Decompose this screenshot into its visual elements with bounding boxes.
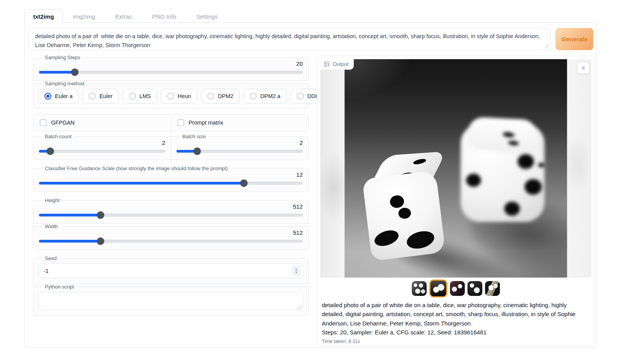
python-script-label: Python script xyxy=(42,284,77,290)
image-icon xyxy=(324,61,330,67)
radio-euler-a[interactable]: Euler a xyxy=(38,89,79,104)
radio-label: DPM2 a xyxy=(260,93,281,99)
tab-img2img[interactable]: img2img xyxy=(63,10,105,23)
slider-knob[interactable] xyxy=(193,148,201,155)
output-params: Steps: 20, Sampler: Euler a, CFG scale: … xyxy=(322,328,589,337)
output-caption: detailed photo of a pair of white die on… xyxy=(322,301,589,328)
sampling-steps-field: Sampling Steps 20 xyxy=(33,55,309,81)
height-slider[interactable] xyxy=(39,211,303,219)
time-taken: Time taken: 8.11s xyxy=(322,339,589,344)
width-value: 512 xyxy=(38,229,303,237)
output-chip: Output xyxy=(320,59,354,70)
width-label: Width xyxy=(42,223,60,229)
gfpgan-label: GFPGAN xyxy=(51,120,74,126)
batch-count-label: Batch count xyxy=(42,134,74,139)
tab-settings[interactable]: Settings xyxy=(186,10,228,23)
slider-fill xyxy=(39,214,101,216)
radio-euler[interactable]: Euler xyxy=(83,89,118,104)
radio-dpm2[interactable]: DPM2 xyxy=(201,89,240,104)
sampling-method-field: Sampling method Euler a Euler LMS Heun D… xyxy=(33,81,309,109)
python-script-wrap xyxy=(38,292,303,311)
radio-label: Euler a xyxy=(55,93,72,99)
radio-icon xyxy=(89,93,96,100)
radio-lms[interactable]: LMS xyxy=(123,89,157,104)
output-gallery: Output ✕ xyxy=(320,59,591,278)
sampling-steps-slider[interactable] xyxy=(39,69,303,76)
generated-image[interactable] xyxy=(345,59,567,278)
number-spinner[interactable]: ∧ ∨ xyxy=(292,266,301,276)
cfg-scale-field: Classifier Free Guidance Scale (how stro… xyxy=(33,165,309,192)
thumbnail-1[interactable] xyxy=(412,281,427,296)
gfpgan-checkbox-row[interactable]: GFPGAN xyxy=(34,114,171,131)
die-left xyxy=(366,153,444,262)
slider-track xyxy=(39,150,165,153)
slider-fill xyxy=(39,182,244,185)
dimensions-group: Height 512 Width 512 xyxy=(33,197,309,250)
height-label: Height xyxy=(42,197,62,203)
prompt-input[interactable]: detailed photo of a pair of white die on… xyxy=(28,28,551,50)
output-label: Output xyxy=(333,61,349,67)
sampling-method-label: Sampling method xyxy=(42,81,87,86)
radio-label: Heun xyxy=(178,93,191,99)
close-icon[interactable]: ✕ xyxy=(578,63,589,74)
python-script-input[interactable] xyxy=(38,292,303,310)
radio-icon xyxy=(297,93,304,100)
seed-input-wrap: ∧ ∨ xyxy=(38,264,303,278)
tab-bar: txt2img img2img Extras PNG Info Settings xyxy=(24,9,228,23)
seed-field: Seed ∧ ∨ xyxy=(33,255,309,284)
prompt-matrix-label: Prompt matrix xyxy=(189,120,223,126)
spinner-down-icon[interactable]: ∨ xyxy=(295,271,298,274)
prompt-box: detailed photo of a pair of white die on… xyxy=(28,28,551,50)
sampling-method-options: Euler a Euler LMS Heun DPM2 DPM2 a DDIM … xyxy=(38,87,303,105)
seed-label: Seed xyxy=(42,255,59,261)
cfg-scale-slider[interactable] xyxy=(39,179,303,187)
thumbnail-4[interactable] xyxy=(468,281,482,296)
toggles-group: GFPGAN Prompt matrix xyxy=(33,114,309,131)
seed-group: Seed ∧ ∨ Python script xyxy=(33,255,309,316)
thumbnail-3[interactable] xyxy=(450,281,465,296)
tab-extras[interactable]: Extras xyxy=(105,10,142,23)
python-script-field: Python script xyxy=(33,284,309,316)
batch-size-value: 2 xyxy=(176,139,303,147)
tab-txt2img[interactable]: txt2img xyxy=(24,9,63,24)
thumbnail-5[interactable] xyxy=(485,281,500,296)
thumbnail-strip xyxy=(317,279,595,298)
prompt-matrix-checkbox-row[interactable]: Prompt matrix xyxy=(171,114,308,131)
radio-label: DPM2 xyxy=(218,93,233,99)
slider-fill xyxy=(39,240,101,243)
slider-knob[interactable] xyxy=(97,211,104,219)
batch-count-value: 2 xyxy=(38,139,165,147)
checkbox-icon[interactable] xyxy=(177,119,184,126)
width-slider[interactable] xyxy=(39,237,303,245)
batch-size-label: Batch size xyxy=(180,134,208,139)
width-field: Width 512 xyxy=(33,223,309,250)
thumbnail-2-selected[interactable] xyxy=(429,280,447,297)
txt2img-panel: detailed photo of a pair of white die on… xyxy=(24,22,597,348)
seed-input[interactable] xyxy=(38,264,303,278)
checkbox-icon[interactable] xyxy=(40,119,47,126)
output-info: detailed photo of a pair of white die on… xyxy=(322,301,589,344)
radio-heun[interactable]: Heun xyxy=(161,89,197,104)
batch-group: Batch count 2 Batch size 2 xyxy=(33,134,309,160)
sampling-group: Sampling Steps 20 Sampling method Euler … xyxy=(33,55,309,109)
slider-knob[interactable] xyxy=(71,69,79,76)
prompt-row: detailed photo of a pair of white die on… xyxy=(28,28,593,50)
radio-selected-icon xyxy=(44,93,51,100)
batch-count-slider[interactable] xyxy=(39,148,165,155)
cfg-scale-value: 12 xyxy=(38,171,303,179)
radio-dpm2-a[interactable]: DPM2 a xyxy=(243,89,287,104)
tab-png-info[interactable]: PNG Info xyxy=(142,10,187,23)
batch-size-slider[interactable] xyxy=(176,148,303,155)
radio-icon xyxy=(250,93,257,100)
die-right xyxy=(461,117,547,234)
batch-size-field: Batch size 2 xyxy=(171,134,309,160)
cfg-scale-label: Classifier Free Guidance Scale (how stro… xyxy=(42,165,231,171)
radio-icon xyxy=(207,93,214,100)
generate-button[interactable]: Generate xyxy=(556,28,593,50)
slider-knob[interactable] xyxy=(97,237,104,245)
radio-icon xyxy=(129,93,136,100)
slider-knob[interactable] xyxy=(240,179,248,187)
radio-label: Euler xyxy=(99,93,112,99)
slider-knob[interactable] xyxy=(47,148,54,155)
radio-label: LMS xyxy=(139,93,151,99)
